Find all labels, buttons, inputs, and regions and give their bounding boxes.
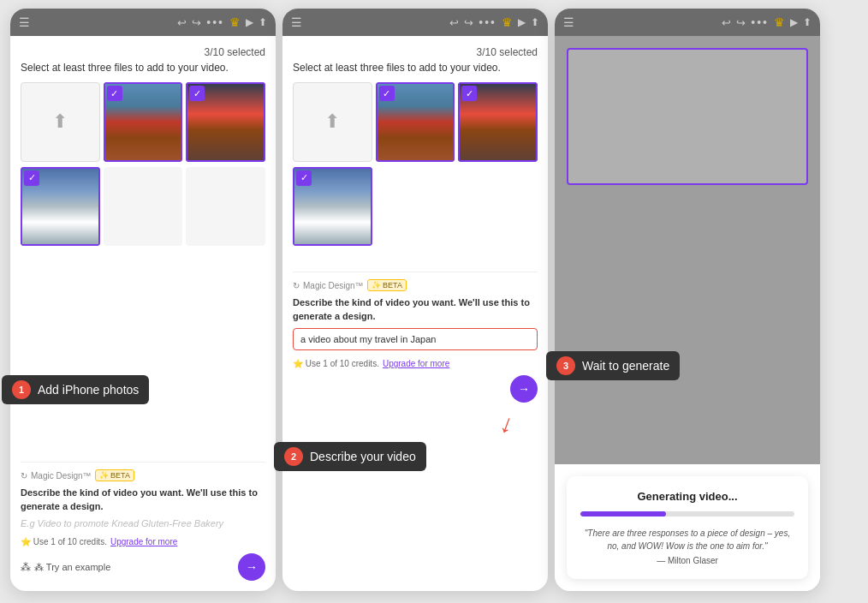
phone3-gray-area <box>555 36 820 464</box>
annotation-badge-1: 1 <box>12 380 31 399</box>
page-container: ☰ ↩ ↪ ••• ♛ ▶ ⬆ 3/10 selected Select at … <box>0 0 868 603</box>
bottom-section-2: ↻ Magic Design™ ✨ BETA Describe the kind… <box>293 272 538 403</box>
photo-grid-row2-2: ✓ <box>293 167 538 247</box>
dots-icon: ••• <box>206 15 224 29</box>
photo-grid-2: ⬆ ✓ ✓ <box>293 82 538 162</box>
check-mark: ✓ <box>379 86 395 101</box>
photo-empty-2 <box>186 167 265 247</box>
photo-cell-temple1-2[interactable]: ✓ <box>376 82 455 162</box>
undo-icon: ↩ <box>177 16 187 29</box>
progress-fill <box>580 511 666 516</box>
crown-icon-2: ♛ <box>502 15 513 29</box>
play-icon: ▶ <box>246 16 253 28</box>
select-instruction-2: Select at least three files to add to yo… <box>293 62 538 74</box>
placeholder-1: E.g Video to promote Knead Gluten-Free B… <box>21 518 265 528</box>
crown-icon: ♛ <box>229 15 241 29</box>
phone1: ☰ ↩ ↪ ••• ♛ ▶ ⬆ 3/10 selected Select at … <box>10 9 276 591</box>
beta-badge-1: ✨ BETA <box>95 469 134 481</box>
photo-cell-clouds-2[interactable]: ✓ <box>293 167 372 247</box>
share-icon-2: ⬆ <box>531 16 539 28</box>
photo-cell-temple2-1[interactable]: ✓ <box>186 82 265 162</box>
phone3-bottom: Generating video... "There are three res… <box>555 464 820 591</box>
redo-icon-2: ↪ <box>464 16 473 29</box>
magic-label-2: ↻ Magic Design™ ✨ BETA <box>293 279 538 291</box>
annotation-badge-3: 3 <box>556 356 575 375</box>
check-mark: ✓ <box>107 86 122 101</box>
redo-icon: ↪ <box>192 16 201 29</box>
annotation-badge-2: 2 <box>284 447 303 466</box>
select-instruction-1: Select at least three files to add to yo… <box>21 62 265 74</box>
topbar-icons-2: ↩ ↪ ••• ♛ ▶ ⬆ <box>449 15 539 29</box>
generation-box: Generating video... "There are three res… <box>567 476 808 579</box>
description-2: Describe the kind of video you want. We'… <box>293 296 538 323</box>
quote-author: — Milton Glaser <box>580 556 794 565</box>
check-mark: ✓ <box>461 86 477 101</box>
credits-row-1: ⭐ Use 1 of 10 credits. Upgrade for more <box>21 537 265 546</box>
photo-cell-temple2-2[interactable]: ✓ <box>458 82 538 162</box>
upload-cell-2[interactable]: ⬆ <box>293 82 372 162</box>
bottom-section-1: ↻ Magic Design™ ✨ BETA Describe the kind… <box>21 462 265 581</box>
phone2: ☰ ↩ ↪ ••• ♛ ▶ ⬆ 3/10 selected Select at … <box>282 9 548 591</box>
annotation-3: 3 Wait to generate <box>546 351 680 380</box>
topbar-icons: ↩ ↪ ••• ♛ ▶ ⬆ <box>177 15 267 29</box>
play-icon-3: ▶ <box>790 16 798 28</box>
photo-empty-1 <box>104 167 183 247</box>
undo-icon-2: ↩ <box>449 16 459 29</box>
quote-text: "There are three responses to a piece of… <box>580 527 794 552</box>
annotation-label-3: Wait to generate <box>582 359 669 373</box>
photo-grid-1: ⬆ ✓ ✓ <box>21 82 265 162</box>
next-button-1[interactable]: → <box>238 553 265 581</box>
check-mark: ✓ <box>296 170 312 186</box>
phone3-wrapper: ☰ ↩ ↪ ••• ♛ ▶ ⬆ <box>555 9 820 591</box>
upgrade-link-1[interactable]: Upgrade for more <box>110 537 177 546</box>
bottom-actions-2: → <box>293 375 538 403</box>
phone2-wrapper: ☰ ↩ ↪ ••• ♛ ▶ ⬆ 3/10 selected Select at … <box>282 9 548 591</box>
credits-text-1: ⭐ Use 1 of 10 credits. <box>21 537 107 546</box>
bottom-actions-1: ⁂ ⁂ Try an example → <box>21 553 265 581</box>
magic-icon-2: ↻ <box>293 281 300 290</box>
phone1-topbar: ☰ ↩ ↪ ••• ♛ ▶ ⬆ <box>10 9 276 36</box>
selected-count-1: 3/10 selected <box>21 46 265 58</box>
annotation-2: 2 Describe your video <box>274 442 426 471</box>
photo-grid-row2-1: ✓ <box>21 167 265 247</box>
photo-cell-clouds-1[interactable]: ✓ <box>21 167 100 247</box>
video-description-input[interactable] <box>293 328 538 350</box>
magic-text: Magic Design™ <box>31 471 92 481</box>
beta-badge-2: ✨ BETA <box>367 279 407 291</box>
photo-cell-temple1-1[interactable]: ✓ <box>104 82 183 162</box>
magic-text-2: Magic Design™ <box>303 281 364 290</box>
menu-icon-2: ☰ <box>291 15 302 29</box>
upload-cell-1[interactable]: ⬆ <box>21 82 100 162</box>
annotation-label-1: Add iPhone photos <box>38 383 139 397</box>
credits-row-2: ⭐ Use 1 of 10 credits. Upgrade for more <box>293 359 538 368</box>
phone3: ☰ ↩ ↪ ••• ♛ ▶ ⬆ <box>555 9 820 591</box>
upgrade-link-2[interactable]: Upgrade for more <box>383 359 449 368</box>
annotation-label-2: Describe your video <box>310 450 416 463</box>
check-mark: ✓ <box>24 170 39 186</box>
menu-icon: ☰ <box>19 15 30 29</box>
play-icon-2: ▶ <box>518 16 526 28</box>
try-icon: ⁂ <box>21 561 31 573</box>
undo-icon-3: ↩ <box>722 16 731 29</box>
share-icon: ⬆ <box>259 16 267 28</box>
topbar-icons-3: ↩ ↪ ••• ♛ ▶ ⬆ <box>722 15 812 29</box>
phone2-topbar: ☰ ↩ ↪ ••• ♛ ▶ ⬆ <box>282 9 548 36</box>
share-icon-3: ⬆ <box>803 16 812 28</box>
description-1: Describe the kind of video you want. We'… <box>21 487 265 513</box>
annotation-1: 1 Add iPhone photos <box>2 375 149 404</box>
check-mark: ✓ <box>189 86 205 101</box>
try-example-1[interactable]: ⁂ ⁂ Try an example <box>21 561 110 573</box>
magic-label-1: ↻ Magic Design™ ✨ BETA <box>21 469 265 481</box>
next-button-2[interactable]: → <box>510 375 538 403</box>
progress-bar <box>580 511 794 516</box>
upload-icon-2: ⬆ <box>324 110 340 133</box>
phone1-content: 3/10 selected Select at least three file… <box>10 36 276 591</box>
phone2-content: 3/10 selected Select at least three file… <box>282 36 548 591</box>
crown-icon-3: ♛ <box>774 15 785 29</box>
phone3-topbar: ☰ ↩ ↪ ••• ♛ ▶ ⬆ <box>555 9 820 36</box>
try-label: ⁂ Try an example <box>34 562 110 573</box>
video-placeholder-rect <box>567 48 808 185</box>
redo-icon-3: ↪ <box>736 16 746 29</box>
selected-count-2: 3/10 selected <box>293 46 538 58</box>
generating-title: Generating video... <box>580 490 794 503</box>
